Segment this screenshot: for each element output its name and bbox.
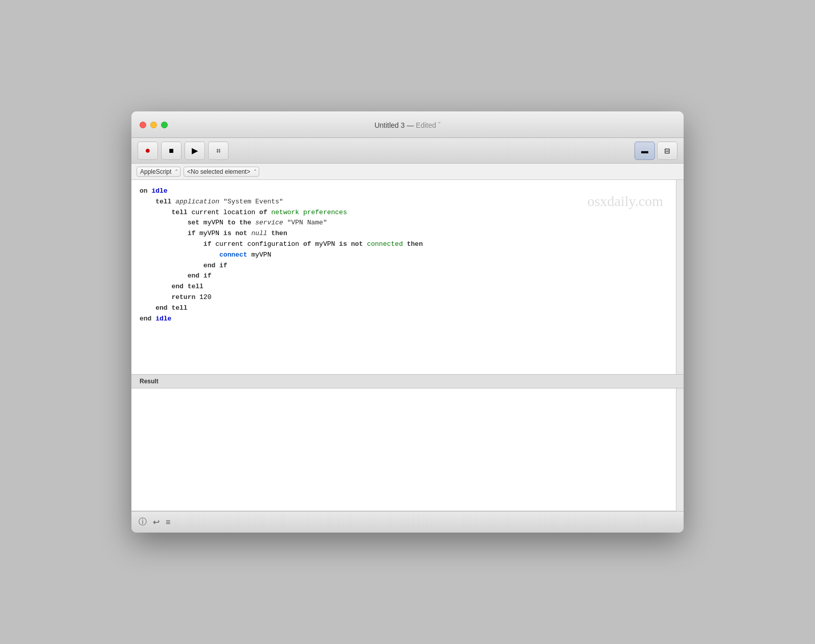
code-line-12: end tell: [140, 303, 675, 314]
title-bar: Untitled 3 — Edited ˇ: [131, 111, 684, 138]
hammer-icon: ⌗: [216, 146, 220, 155]
code-container: osxdaily.com on idle tell application "S…: [131, 180, 684, 374]
window-title: Untitled 3 — Edited ˇ: [374, 121, 440, 129]
code-line-9: end if: [140, 271, 675, 282]
play-icon: ▶: [192, 146, 198, 155]
applescript-editor-window: Untitled 3 — Edited ˇ ● ■ ▶ ⌗ ▬ ⊟: [131, 111, 684, 533]
script-view-icon: ▬: [641, 147, 648, 155]
record-icon: ●: [145, 145, 151, 156]
chevron-down-icon: ˇ: [438, 121, 441, 129]
stop-button[interactable]: ■: [161, 142, 182, 160]
result-area[interactable]: [131, 388, 684, 511]
code-line-5: if myVPN is not null then: [140, 228, 675, 239]
record-button[interactable]: ●: [138, 142, 158, 160]
run-button[interactable]: ▶: [185, 142, 205, 160]
language-dropdown[interactable]: AppleScript: [137, 167, 180, 177]
code-line-2: tell application "System Events": [140, 197, 675, 208]
code-line-7: connect myVPN: [140, 250, 675, 261]
code-line-4: set myVPN to the service "VPN Name": [140, 218, 675, 228]
code-line-13: end idle: [140, 314, 675, 325]
stop-icon: ■: [169, 146, 174, 155]
list-button[interactable]: ≡: [166, 518, 170, 527]
code-line-6: if current configuration of myVPN is not…: [140, 239, 675, 250]
split-view-button[interactable]: ⊟: [657, 142, 677, 160]
split-view-icon: ⊟: [664, 147, 670, 155]
compile-button[interactable]: ⌗: [208, 142, 229, 160]
code-scrollbar[interactable]: [676, 180, 684, 374]
code-line-3: tell current location of network prefere…: [140, 208, 675, 218]
code-line-10: end tell: [140, 282, 675, 292]
edited-label: Edited: [416, 121, 436, 129]
view-buttons: ▬ ⊟: [635, 142, 677, 160]
code-editor[interactable]: osxdaily.com on idle tell application "S…: [131, 180, 684, 374]
code-scroll-area: osxdaily.com on idle tell application "S…: [131, 180, 684, 374]
element-dropdown[interactable]: <No selected element>: [184, 167, 259, 177]
toolbar: ● ■ ▶ ⌗ ▬ ⊟: [131, 138, 684, 164]
document-name: Untitled 3: [374, 121, 404, 129]
dropdowns-bar: AppleScript <No selected element>: [131, 164, 684, 180]
minimize-button[interactable]: [150, 122, 157, 128]
element-dropdown-wrapper: <No selected element>: [184, 167, 259, 177]
info-icon: ⓘ: [139, 517, 147, 527]
reply-icon: ↩: [153, 517, 160, 527]
title-separator: —: [405, 121, 416, 129]
reply-button[interactable]: ↩: [153, 517, 160, 527]
info-button[interactable]: ⓘ: [139, 517, 147, 527]
script-view-button[interactable]: ▬: [635, 142, 655, 160]
result-label: Result: [140, 378, 159, 385]
code-line-11: return 120: [140, 292, 675, 303]
close-button[interactable]: [140, 122, 146, 128]
bottom-bar: ⓘ ↩ ≡: [131, 511, 684, 533]
result-scrollbar[interactable]: [676, 388, 684, 511]
maximize-button[interactable]: [161, 122, 168, 128]
traffic-lights: [140, 122, 168, 128]
list-icon: ≡: [166, 518, 170, 527]
code-line-1: on idle: [140, 186, 675, 197]
language-dropdown-wrapper: AppleScript: [137, 167, 180, 177]
result-divider: Result: [131, 374, 684, 388]
code-line-8: end if: [140, 261, 675, 271]
